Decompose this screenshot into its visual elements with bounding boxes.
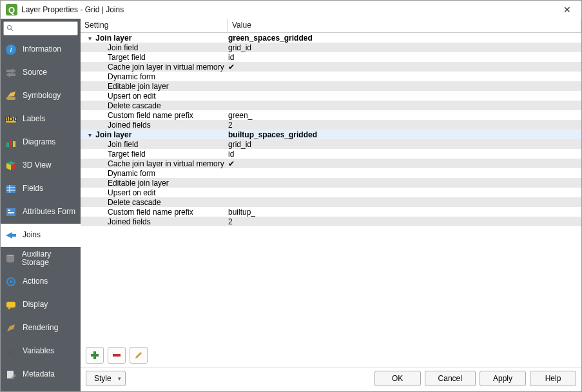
join-layer-row[interactable]: ▾ Join layergreen_spaces_gridded — [81, 33, 581, 43]
close-icon[interactable]: ✕ — [558, 5, 576, 15]
join-title: Join layer — [95, 34, 131, 43]
property-key: Upsert on edit — [81, 92, 156, 101]
sidebar-item-attributes-form[interactable]: Attributes Form — [1, 201, 81, 224]
remove-join-button[interactable] — [108, 347, 126, 364]
sidebar-item-label: Metadata — [23, 370, 55, 378]
sidebar-item-symbology[interactable]: Symbology — [1, 84, 81, 108]
sidebar-item-auxiliary-storage[interactable]: Auxiliary Storage — [1, 247, 81, 270]
property-value: id — [228, 150, 581, 159]
sidebar-item-variables[interactable]: εVariables — [1, 340, 81, 363]
join-property-row[interactable]: Cache join layer in virtual memory✔ — [81, 62, 581, 72]
property-key: Cache join layer in virtual memory — [81, 159, 224, 168]
sidebar: iInformation Source Symbology abcLabels … — [1, 19, 81, 391]
join-property-row[interactable]: Target fieldid — [81, 149, 581, 159]
help-button[interactable]: Help — [530, 371, 576, 386]
sidebar-item-label: Information — [23, 45, 61, 54]
edit-join-button[interactable] — [130, 347, 148, 364]
header-setting[interactable]: Setting — [81, 19, 228, 32]
main-panel: Setting Value ▾ Join layergreen_spaces_g… — [81, 19, 581, 391]
sidebar-item-label: Labels — [23, 115, 45, 123]
join-property-row[interactable]: Join fieldgrid_id — [81, 139, 581, 149]
property-key: Custom field name prefix — [81, 208, 193, 217]
qgis-logo-icon: Q — [6, 4, 17, 15]
joins-toolbar — [81, 343, 581, 368]
sidebar-item-information[interactable]: iInformation — [1, 38, 81, 61]
sidebar-search-input[interactable] — [3, 21, 78, 35]
labels-icon: abc — [5, 113, 17, 126]
property-key: Delete cascade — [81, 198, 161, 207]
sidebar-item-label: Symbology — [23, 92, 61, 100]
style-menu-button[interactable]: Style▾ — [86, 371, 126, 386]
sidebar-item-metadata[interactable]: Metadata — [1, 363, 81, 386]
property-key: Upsert on edit — [81, 188, 156, 197]
search-icon — [6, 24, 14, 32]
svg-point-0 — [8, 26, 12, 30]
expand-toggle-icon[interactable]: ▾ — [86, 132, 93, 139]
property-key: Editable join layer — [81, 82, 169, 91]
property-key: Custom field name prefix — [81, 111, 193, 120]
join-property-row[interactable]: Join fieldgrid_id — [81, 43, 581, 52]
add-join-button[interactable] — [86, 347, 104, 364]
sidebar-item-label: Variables — [23, 347, 54, 355]
property-key: Joined fields — [81, 217, 151, 226]
joins-tree[interactable]: ▾ Join layergreen_spaces_griddedJoin fie… — [81, 33, 581, 343]
sidebar-item-rendering[interactable]: Rendering — [1, 317, 81, 340]
join-property-row[interactable]: Delete cascade — [81, 101, 581, 110]
sidebar-item-actions[interactable]: Actions — [1, 270, 81, 293]
sidebar-item-label: Source — [23, 68, 47, 77]
join-property-row[interactable]: Joined fields2 — [81, 217, 581, 226]
sidebar-item-label: Actions — [23, 277, 48, 286]
ok-button[interactable]: OK — [374, 371, 421, 386]
join-property-row[interactable]: Target fieldid — [81, 52, 581, 62]
svg-rect-10 — [6, 185, 15, 193]
join-property-row[interactable]: Dynamic form — [81, 168, 581, 178]
svg-rect-16 — [8, 212, 14, 213]
join-property-row[interactable]: Custom field name prefixgreen_ — [81, 110, 581, 120]
sidebar-item-label: Joins — [23, 231, 41, 239]
sidebar-item-label: 3D View — [23, 161, 51, 170]
property-key: Editable join layer — [81, 179, 169, 188]
svg-text:ε: ε — [9, 348, 13, 357]
joins-icon — [5, 229, 17, 242]
apply-button[interactable]: Apply — [480, 371, 526, 386]
join-property-row[interactable]: Delete cascade — [81, 197, 581, 207]
join-property-row[interactable]: Cache join layer in virtual memory✔ — [81, 159, 581, 168]
sidebar-item-source[interactable]: Source — [1, 61, 81, 84]
property-key: Joined fields — [81, 121, 151, 130]
property-value: id — [228, 53, 581, 62]
cancel-button[interactable]: Cancel — [425, 371, 476, 386]
join-layer-name: green_spaces_gridded — [228, 34, 581, 43]
sidebar-item-display[interactable]: Display — [1, 293, 81, 317]
svg-text:i: i — [10, 45, 12, 54]
join-property-row[interactable]: Dynamic form — [81, 72, 581, 81]
svg-rect-24 — [113, 354, 121, 357]
join-property-row[interactable]: Custom field name prefixbuiltup_ — [81, 207, 581, 217]
tree-header: Setting Value — [81, 19, 581, 33]
sidebar-item-3dview[interactable]: 3D View — [1, 154, 81, 177]
svg-text:abc: abc — [5, 114, 17, 123]
svg-rect-19 — [6, 302, 15, 308]
property-value: grid_id — [228, 140, 581, 149]
sidebar-item-fields[interactable]: Fields — [1, 177, 81, 201]
metadata-icon — [5, 368, 17, 381]
storage-icon — [5, 252, 17, 265]
join-property-row[interactable]: Joined fields2 — [81, 120, 581, 130]
sidebar-item-label: Diagrams — [23, 138, 55, 146]
sidebar-item-labels[interactable]: abcLabels — [1, 108, 81, 131]
sidebar-item-joins[interactable]: Joins — [1, 224, 81, 247]
expand-toggle-icon[interactable]: ▾ — [86, 35, 93, 42]
join-property-row[interactable]: Upsert on edit — [81, 91, 581, 101]
join-property-row[interactable]: Editable join layer — [81, 178, 581, 188]
property-value: 2 — [228, 217, 581, 226]
join-layer-row[interactable]: ▾ Join layerbuiltup_spaces_gridded — [81, 130, 581, 139]
svg-rect-7 — [6, 142, 9, 147]
svg-rect-23 — [91, 354, 99, 357]
property-key: Join field — [81, 43, 138, 52]
display-icon — [5, 299, 17, 311]
join-property-row[interactable]: Editable join layer — [81, 81, 581, 91]
join-property-row[interactable]: Upsert on edit — [81, 188, 581, 197]
chevron-down-icon: ▾ — [118, 375, 121, 382]
header-value[interactable]: Value — [228, 19, 581, 32]
symbology-icon — [5, 90, 17, 103]
sidebar-item-diagrams[interactable]: Diagrams — [1, 131, 81, 154]
